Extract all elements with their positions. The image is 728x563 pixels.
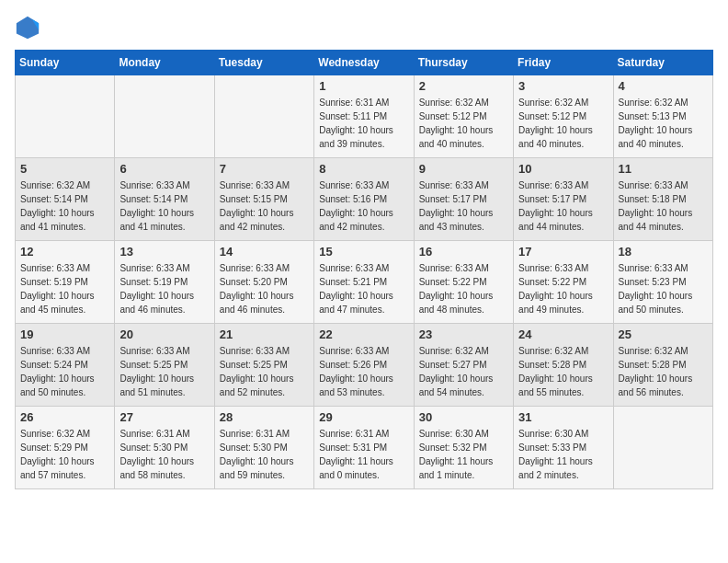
calendar-cell: 6 Sunrise: 6:33 AM Sunset: 5:14 PM Dayli…: [115, 158, 214, 241]
day-number: 31: [518, 410, 608, 424]
day-number: 24: [518, 327, 608, 341]
day-number: 2: [419, 79, 508, 93]
calendar-cell: 22 Sunrise: 6:33 AM Sunset: 5:26 PM Dayl…: [314, 324, 414, 407]
day-number: 1: [319, 79, 408, 93]
day-info: Sunrise: 6:33 AM Sunset: 5:22 PM Dayligh…: [419, 261, 508, 316]
day-number: 13: [119, 245, 209, 259]
calendar-cell: 4 Sunrise: 6:32 AM Sunset: 5:13 PM Dayli…: [613, 75, 712, 158]
day-number: 30: [419, 410, 508, 424]
weekday-header-friday: Friday: [514, 51, 613, 75]
calendar-cell: 12 Sunrise: 6:33 AM Sunset: 5:19 PM Dayl…: [16, 241, 115, 324]
calendar-cell: 14 Sunrise: 6:33 AM Sunset: 5:20 PM Dayl…: [214, 241, 313, 324]
logo: [15, 15, 44, 40]
calendar-cell: 23 Sunrise: 6:32 AM Sunset: 5:27 PM Dayl…: [414, 324, 513, 407]
calendar-cell: 25 Sunrise: 6:32 AM Sunset: 5:28 PM Dayl…: [613, 324, 712, 407]
calendar-cell: 27 Sunrise: 6:31 AM Sunset: 5:30 PM Dayl…: [115, 407, 214, 489]
day-number: 16: [419, 245, 508, 259]
calendar-week-row: 5 Sunrise: 6:32 AM Sunset: 5:14 PM Dayli…: [16, 158, 713, 241]
calendar-cell: 8 Sunrise: 6:33 AM Sunset: 5:16 PM Dayli…: [314, 158, 414, 241]
day-info: Sunrise: 6:33 AM Sunset: 5:24 PM Dayligh…: [20, 344, 109, 399]
day-number: 20: [119, 327, 209, 341]
day-info: Sunrise: 6:32 AM Sunset: 5:29 PM Dayligh…: [20, 427, 109, 482]
calendar-cell: 20 Sunrise: 6:33 AM Sunset: 5:25 PM Dayl…: [115, 324, 214, 407]
day-number: 25: [619, 327, 708, 341]
calendar-cell: 19 Sunrise: 6:33 AM Sunset: 5:24 PM Dayl…: [16, 324, 115, 407]
day-info: Sunrise: 6:30 AM Sunset: 5:33 PM Dayligh…: [518, 427, 608, 482]
day-number: 6: [119, 162, 209, 176]
calendar-cell: [613, 407, 712, 489]
day-number: 21: [220, 327, 309, 341]
day-info: Sunrise: 6:32 AM Sunset: 5:12 PM Dayligh…: [518, 96, 608, 151]
weekday-header-saturday: Saturday: [613, 51, 712, 75]
calendar-cell: 15 Sunrise: 6:33 AM Sunset: 5:21 PM Dayl…: [314, 241, 414, 324]
day-number: 27: [119, 410, 209, 424]
calendar-cell: 7 Sunrise: 6:33 AM Sunset: 5:15 PM Dayli…: [214, 158, 313, 241]
day-info: Sunrise: 6:33 AM Sunset: 5:19 PM Dayligh…: [20, 261, 109, 316]
calendar-cell: 26 Sunrise: 6:32 AM Sunset: 5:29 PM Dayl…: [16, 407, 115, 489]
day-number: 11: [619, 162, 708, 176]
logo-icon: [15, 15, 40, 40]
calendar-week-row: 26 Sunrise: 6:32 AM Sunset: 5:29 PM Dayl…: [16, 407, 713, 489]
calendar-cell: 5 Sunrise: 6:32 AM Sunset: 5:14 PM Dayli…: [16, 158, 115, 241]
day-info: Sunrise: 6:33 AM Sunset: 5:25 PM Dayligh…: [119, 344, 209, 399]
day-number: 10: [518, 162, 608, 176]
calendar-cell: 9 Sunrise: 6:33 AM Sunset: 5:17 PM Dayli…: [414, 158, 513, 241]
day-info: Sunrise: 6:33 AM Sunset: 5:17 PM Dayligh…: [419, 178, 508, 234]
day-number: 4: [619, 79, 708, 93]
day-number: 28: [220, 410, 309, 424]
day-number: 3: [518, 79, 608, 93]
calendar-week-row: 12 Sunrise: 6:33 AM Sunset: 5:19 PM Dayl…: [16, 241, 713, 324]
calendar-cell: 21 Sunrise: 6:33 AM Sunset: 5:25 PM Dayl…: [214, 324, 313, 407]
calendar-cell: [214, 75, 313, 158]
day-number: 17: [518, 245, 608, 259]
day-info: Sunrise: 6:32 AM Sunset: 5:28 PM Dayligh…: [619, 344, 708, 399]
day-number: 9: [419, 162, 508, 176]
calendar-cell: 11 Sunrise: 6:33 AM Sunset: 5:18 PM Dayl…: [613, 158, 712, 241]
day-info: Sunrise: 6:33 AM Sunset: 5:18 PM Dayligh…: [619, 178, 708, 234]
calendar-week-row: 1 Sunrise: 6:31 AM Sunset: 5:11 PM Dayli…: [16, 75, 713, 158]
day-number: 7: [220, 162, 309, 176]
day-number: 19: [20, 327, 109, 341]
calendar-cell: 24 Sunrise: 6:32 AM Sunset: 5:28 PM Dayl…: [514, 324, 613, 407]
day-info: Sunrise: 6:30 AM Sunset: 5:32 PM Dayligh…: [419, 427, 508, 482]
weekday-header-row: SundayMondayTuesdayWednesdayThursdayFrid…: [16, 51, 713, 75]
day-info: Sunrise: 6:31 AM Sunset: 5:31 PM Dayligh…: [319, 427, 408, 482]
calendar-cell: 29 Sunrise: 6:31 AM Sunset: 5:31 PM Dayl…: [314, 407, 414, 489]
day-info: Sunrise: 6:33 AM Sunset: 5:15 PM Dayligh…: [220, 178, 309, 234]
weekday-header-tuesday: Tuesday: [214, 51, 313, 75]
calendar-table: SundayMondayTuesdayWednesdayThursdayFrid…: [15, 50, 713, 489]
day-info: Sunrise: 6:31 AM Sunset: 5:30 PM Dayligh…: [119, 427, 209, 482]
day-info: Sunrise: 6:32 AM Sunset: 5:13 PM Dayligh…: [619, 96, 708, 151]
calendar-week-row: 19 Sunrise: 6:33 AM Sunset: 5:24 PM Dayl…: [16, 324, 713, 407]
calendar-cell: 13 Sunrise: 6:33 AM Sunset: 5:19 PM Dayl…: [115, 241, 214, 324]
calendar-cell: 2 Sunrise: 6:32 AM Sunset: 5:12 PM Dayli…: [414, 75, 513, 158]
calendar-cell: 30 Sunrise: 6:30 AM Sunset: 5:32 PM Dayl…: [414, 407, 513, 489]
day-info: Sunrise: 6:32 AM Sunset: 5:28 PM Dayligh…: [518, 344, 608, 399]
day-info: Sunrise: 6:33 AM Sunset: 5:14 PM Dayligh…: [119, 178, 209, 234]
calendar-cell: 17 Sunrise: 6:33 AM Sunset: 5:22 PM Dayl…: [514, 241, 613, 324]
day-number: 18: [619, 245, 708, 259]
day-info: Sunrise: 6:33 AM Sunset: 5:16 PM Dayligh…: [319, 178, 408, 234]
day-info: Sunrise: 6:33 AM Sunset: 5:22 PM Dayligh…: [518, 261, 608, 316]
day-info: Sunrise: 6:33 AM Sunset: 5:19 PM Dayligh…: [119, 261, 209, 316]
page-header: [15, 15, 713, 40]
weekday-header-sunday: Sunday: [16, 51, 115, 75]
day-info: Sunrise: 6:33 AM Sunset: 5:23 PM Dayligh…: [619, 261, 708, 316]
day-info: Sunrise: 6:32 AM Sunset: 5:27 PM Dayligh…: [419, 344, 508, 399]
day-number: 14: [220, 245, 309, 259]
day-info: Sunrise: 6:32 AM Sunset: 5:14 PM Dayligh…: [20, 178, 109, 234]
day-info: Sunrise: 6:33 AM Sunset: 5:17 PM Dayligh…: [518, 178, 608, 234]
day-info: Sunrise: 6:31 AM Sunset: 5:11 PM Dayligh…: [319, 96, 408, 151]
day-number: 29: [319, 410, 408, 424]
weekday-header-thursday: Thursday: [414, 51, 513, 75]
weekday-header-wednesday: Wednesday: [314, 51, 414, 75]
day-info: Sunrise: 6:33 AM Sunset: 5:20 PM Dayligh…: [220, 261, 309, 316]
day-number: 26: [20, 410, 109, 424]
calendar-cell: 3 Sunrise: 6:32 AM Sunset: 5:12 PM Dayli…: [514, 75, 613, 158]
day-number: 5: [20, 162, 109, 176]
calendar-cell: 31 Sunrise: 6:30 AM Sunset: 5:33 PM Dayl…: [514, 407, 613, 489]
day-number: 12: [20, 245, 109, 259]
day-number: 8: [319, 162, 408, 176]
day-info: Sunrise: 6:33 AM Sunset: 5:21 PM Dayligh…: [319, 261, 408, 316]
calendar-cell: [16, 75, 115, 158]
